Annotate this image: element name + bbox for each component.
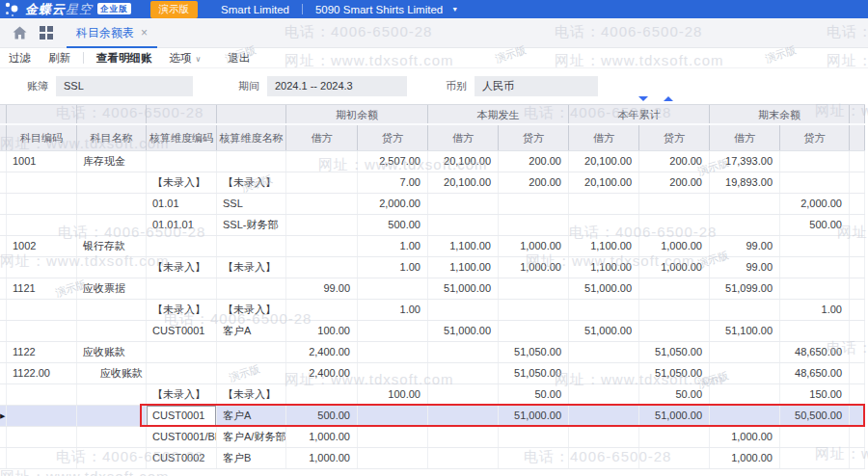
cell-account-name[interactable]	[77, 194, 147, 214]
cell-dimension-name[interactable]	[217, 278, 286, 299]
view-detail-ledger-button[interactable]: 查看明细账	[88, 51, 161, 66]
cell-amount[interactable]: 50.00	[639, 384, 710, 405]
cell-amount[interactable]: 2,000.00	[358, 194, 428, 214]
cell-amount[interactable]	[358, 427, 428, 447]
cell-amount[interactable]	[569, 194, 639, 214]
cell-amount[interactable]: 51,000.00	[499, 406, 569, 426]
tab-close-icon[interactable]: ×	[141, 26, 148, 40]
cell-amount[interactable]	[428, 215, 499, 235]
header-account-code[interactable]: 科目编码	[7, 125, 77, 150]
cell-dimension-name[interactable]: 【未录入】	[217, 172, 286, 193]
cell-amount[interactable]: 2,400.00	[286, 342, 358, 362]
cell-dimension-name[interactable]: 【未录入】	[217, 300, 286, 320]
cell-amount[interactable]: 1.00	[358, 236, 428, 256]
cell-account-code[interactable]	[7, 257, 77, 278]
cell-amount[interactable]	[710, 406, 780, 426]
cell-amount[interactable]: 48,650.00	[780, 363, 850, 383]
table-row[interactable]: 【未录入】【未录入】7.0020,100.00200.0020,100.0020…	[0, 172, 865, 194]
cell-dimension-code[interactable]	[147, 151, 217, 172]
cell-amount[interactable]	[428, 427, 499, 447]
cell-amount[interactable]: 51,000.00	[428, 321, 499, 341]
cell-amount[interactable]	[428, 300, 499, 320]
cell-dimension-code[interactable]: 【未录入】	[147, 300, 217, 320]
header-debit[interactable]: 借方	[286, 125, 358, 150]
cell-account-code[interactable]	[7, 215, 77, 235]
cell-amount[interactable]	[286, 172, 358, 193]
cell-amount[interactable]	[639, 300, 710, 320]
org-selector[interactable]: 5090 Smart Shirts Limited	[315, 4, 443, 15]
cell-account-name[interactable]	[77, 215, 147, 235]
cell-amount[interactable]	[358, 448, 428, 468]
tab-account-balance[interactable]: 科目余额表 ×	[67, 18, 157, 48]
cell-amount[interactable]	[639, 321, 710, 341]
cell-amount[interactable]: 51,100.00	[710, 321, 780, 341]
collapse-filter-up-icon[interactable]	[664, 96, 673, 101]
cell-account-name[interactable]	[77, 172, 147, 193]
active-cell-editor[interactable]: CUST0001	[147, 406, 217, 426]
cell-amount[interactable]: 7.00	[358, 172, 428, 193]
cell-dimension-code[interactable]: 01.01	[147, 194, 217, 214]
header-credit[interactable]: 贷方	[639, 125, 710, 150]
cell-dimension-name[interactable]: SSL	[217, 194, 286, 214]
cell-account-name[interactable]	[77, 448, 147, 468]
cell-dimension-name[interactable]	[217, 363, 286, 383]
cell-amount[interactable]: 2,000.00	[780, 194, 850, 214]
cell-amount[interactable]: 51,050.00	[499, 342, 569, 362]
cell-amount[interactable]	[569, 342, 639, 362]
cell-amount[interactable]: 51,000.00	[639, 406, 710, 426]
cell-account-code[interactable]: 1001	[7, 151, 77, 172]
cell-amount[interactable]	[286, 236, 358, 256]
cell-dimension-code[interactable]	[147, 278, 217, 299]
filter-button[interactable]: 过滤	[0, 51, 40, 66]
cell-account-code[interactable]	[7, 384, 77, 405]
cell-amount[interactable]: 50.00	[499, 384, 569, 405]
cell-account-name[interactable]	[77, 406, 147, 426]
cell-amount[interactable]	[710, 215, 780, 235]
cell-dimension-name[interactable]	[217, 236, 286, 256]
cell-amount[interactable]: 1,000.00	[499, 257, 569, 278]
cell-amount[interactable]: 100.00	[286, 321, 358, 341]
table-row[interactable]: CUST0001/BM00客户A/财务部1,000.001,000.00	[0, 427, 865, 448]
cell-account-name[interactable]: 应收账款	[77, 342, 147, 362]
cell-amount[interactable]	[499, 278, 569, 299]
cell-amount[interactable]: 1,000.00	[710, 427, 780, 447]
cell-account-name[interactable]	[77, 300, 147, 320]
table-row[interactable]: 1122.00应收账款2,400.0051,050.0051,050.0048,…	[0, 363, 865, 384]
cell-amount[interactable]: 99.00	[710, 236, 780, 256]
cell-dimension-code[interactable]: CUST0001/BM00	[147, 427, 217, 447]
cell-amount[interactable]: 51,000.00	[569, 278, 639, 299]
cell-amount[interactable]	[780, 257, 850, 278]
cell-amount[interactable]	[499, 321, 569, 341]
cell-account-name[interactable]	[77, 384, 147, 405]
cell-account-name[interactable]: 银行存款	[77, 236, 147, 256]
refresh-button[interactable]: 刷新	[40, 51, 79, 66]
cell-account-code[interactable]: 1121	[7, 278, 77, 299]
cell-amount[interactable]	[710, 300, 780, 320]
cell-dimension-name[interactable]: 客户A	[217, 406, 286, 426]
cell-amount[interactable]: 1.00	[358, 300, 428, 320]
currency-input[interactable]: 人民币	[475, 76, 598, 96]
header-debit[interactable]: 借方	[569, 125, 639, 150]
cell-dimension-name[interactable]: 客户A/财务部	[217, 427, 286, 447]
cell-dimension-name[interactable]	[217, 151, 286, 172]
table-row[interactable]: 01.01SSL2,000.002,000.00	[0, 194, 865, 215]
cell-amount[interactable]: 1,000.00	[639, 257, 710, 278]
cell-amount[interactable]: 100.00	[358, 384, 428, 405]
cell-amount[interactable]	[710, 342, 780, 362]
cell-amount[interactable]: 1,000.00	[639, 236, 710, 256]
header-debit[interactable]: 借方	[710, 125, 780, 150]
table-row[interactable]: 【未录入】【未录入】1.001,100.001,000.001,100.001,…	[0, 257, 865, 278]
cell-amount[interactable]	[358, 342, 428, 362]
home-icon[interactable]	[13, 26, 27, 40]
cell-account-name[interactable]	[77, 257, 147, 278]
table-row[interactable]: ▶CUST0001客户A500.0051,000.0051,000.0050,5…	[0, 406, 865, 427]
cell-dimension-name[interactable]: SSL-财务部	[217, 215, 286, 235]
cell-amount[interactable]	[639, 427, 710, 447]
cell-account-name[interactable]	[77, 321, 147, 341]
company-name[interactable]: Smart Limited	[221, 4, 289, 15]
cell-amount[interactable]: 99.00	[286, 278, 358, 299]
cell-amount[interactable]	[358, 363, 428, 383]
cell-amount[interactable]: 20,100.00	[428, 151, 499, 172]
cell-amount[interactable]	[780, 278, 850, 299]
cell-amount[interactable]	[780, 427, 850, 447]
